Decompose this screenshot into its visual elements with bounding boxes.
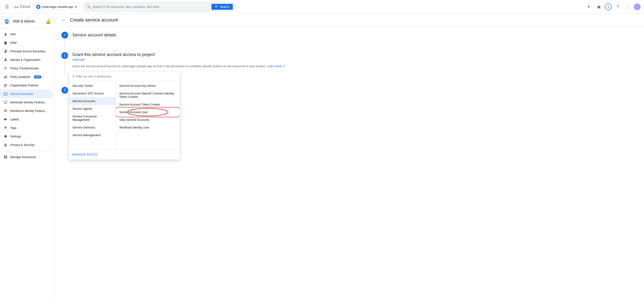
main-content: ← Create service account ✓ Service accou… xyxy=(54,14,644,303)
dropdown-right-item-view[interactable]: View Service Accounts xyxy=(116,116,180,124)
search-button[interactable]: 🔍 Search xyxy=(212,4,232,10)
sidebar-item-workload-identity[interactable]: Workload Identity Federat... xyxy=(0,98,52,107)
terminal-icon-button[interactable]: ▣ xyxy=(594,2,603,11)
sidebar-item-pam[interactable]: PAM xyxy=(0,38,52,47)
svg-rect-23 xyxy=(4,110,7,111)
step1-indicator: ✓ xyxy=(61,32,68,47)
org-policies-icon xyxy=(4,83,8,87)
step2-section: 2 Grant this service account access to p… xyxy=(61,52,637,82)
menu-icon[interactable]: ☰ xyxy=(4,2,11,11)
search-bar-icon: 🔍 xyxy=(87,5,91,9)
step3-number: 3 xyxy=(61,87,68,94)
sidebar-item-label-manage-resources: Manage Resources xyxy=(10,155,36,159)
svg-rect-15 xyxy=(4,85,7,85)
help-icon-button[interactable]: ? xyxy=(613,2,622,11)
svg-rect-12 xyxy=(5,76,6,78)
svg-line-7 xyxy=(7,51,7,51)
svg-point-8 xyxy=(5,58,6,60)
search-input[interactable] xyxy=(93,5,210,8)
sidebar-item-service-accounts[interactable]: Service Accounts xyxy=(0,90,52,98)
dropdown-left-item-service-agents[interactable]: Service Agents xyxy=(69,105,116,113)
sidebar-item-policy-analyzer[interactable]: Policy Analyzer NEW xyxy=(0,72,52,81)
svg-point-25 xyxy=(6,127,6,127)
svg-rect-17 xyxy=(4,87,6,87)
policy-analyzer-badge: NEW xyxy=(34,75,41,78)
svg-rect-14 xyxy=(4,84,7,84)
step2-title: Grant this service account access to pro… xyxy=(72,52,637,57)
sidebar-item-workforce-identity[interactable]: Workforce Identity Federa... xyxy=(0,107,52,115)
principal-access-icon xyxy=(4,49,8,53)
pam-icon xyxy=(4,41,8,45)
sidebar-item-label-identity-org: Identity & Organization xyxy=(10,58,40,61)
step2-indicator: 2 xyxy=(61,52,68,82)
manage-roles-button[interactable]: MANAGE ROLES xyxy=(72,152,98,157)
dropdown-left-item-service-accounts[interactable]: Service Accounts xyxy=(69,97,116,105)
back-button[interactable]: ← xyxy=(61,17,66,23)
sidebar-item-label-iam: IAM xyxy=(10,32,16,36)
project-dropdown-icon: ▾ xyxy=(75,4,77,9)
sidebar-item-label-workload-identity: Workload Identity Federat... xyxy=(10,101,47,104)
iam-icon xyxy=(4,32,8,36)
dropdown-right-item-key-admin[interactable]: Service Account Key Admin xyxy=(116,82,180,90)
learn-more-link[interactable]: Learn more ↗ xyxy=(267,64,285,68)
more-options-button[interactable]: ⋮ xyxy=(624,2,632,11)
project-icon xyxy=(36,5,40,9)
sidebar-item-privacy-security[interactable]: Privacy & Security xyxy=(0,141,52,149)
dropdown-left-item-service-management[interactable]: Service Management xyxy=(69,131,116,139)
sidebar-item-label-org-policies: Organization Policies xyxy=(10,84,38,87)
logo: Google Cloud xyxy=(14,4,30,9)
project-dot-icon xyxy=(37,5,40,8)
sidebar-item-org-policies[interactable]: Organization Policies xyxy=(0,81,52,90)
sidebar-item-labels[interactable]: Labels xyxy=(0,115,52,124)
dropdown-left-item-service-directory[interactable]: Service Directory xyxy=(69,124,116,131)
notification-badge[interactable]: 1 xyxy=(605,3,612,10)
svg-rect-29 xyxy=(4,157,5,159)
svg-rect-16 xyxy=(4,86,7,86)
svg-rect-19 xyxy=(4,101,7,103)
dropdown-footer: MANAGE ROLES xyxy=(69,149,180,160)
topbar-right: ✦ ▣ 1 ? ⋮ xyxy=(584,2,640,11)
content-area: ✓ Service account details 2 Grant this s… xyxy=(54,26,644,110)
dropdown-right-item-token-creator[interactable]: Service Account Token Creator xyxy=(116,101,180,108)
svg-rect-18 xyxy=(4,93,7,95)
search-bar[interactable]: 🔍 🔍 Search xyxy=(83,2,236,12)
tags-icon xyxy=(4,126,8,130)
sidebar-item-settings[interactable]: Settings xyxy=(0,132,52,141)
dropdown-left-item-security-center[interactable]: Security Center xyxy=(69,82,116,90)
labels-icon xyxy=(4,117,8,121)
dropdown-left-item-service-consumer[interactable]: Service Consumer Management xyxy=(69,113,116,124)
project-selector[interactable]: codemagic-sample-app ▾ xyxy=(34,3,80,11)
user-avatar[interactable] xyxy=(634,3,640,10)
dropdown-right-item-openid[interactable]: Service Account OpenID Connect Identity … xyxy=(116,90,180,101)
sidebar-item-label-pam: PAM xyxy=(10,41,16,44)
dropdown-filter-input[interactable] xyxy=(76,75,176,78)
settings-icon xyxy=(4,134,8,139)
sidebar-item-policy-troubleshooter[interactable]: Policy Troubleshooter xyxy=(0,64,52,72)
sidebar-item-principal-access[interactable]: Principal Access Boundary xyxy=(0,47,52,55)
svg-rect-30 xyxy=(6,157,7,159)
dropdown-right-item-workload-identity-user[interactable]: Workload Identity User xyxy=(116,124,180,131)
sidebar-title: IAM & Admin xyxy=(13,19,35,24)
svg-rect-24 xyxy=(4,111,7,112)
dropdown-left-item-serverless-vpc[interactable]: Serverless VPC Access xyxy=(69,90,116,97)
page-header: ← Create service account xyxy=(54,14,644,26)
svg-rect-3 xyxy=(6,21,8,22)
layout: IAM & Admin 🔔 IAM PAM Principal Access B… xyxy=(0,14,644,303)
sidebar-item-tags[interactable]: Tags xyxy=(0,124,52,132)
sidebar-item-identity-org[interactable]: Identity & Organization xyxy=(0,55,52,64)
step3-indicator: 3 xyxy=(61,87,68,104)
sidebar-item-label-settings: Settings xyxy=(10,135,21,138)
dropdown-right-panel: Service Account Key Admin Service Accoun… xyxy=(116,81,180,149)
svg-rect-9 xyxy=(4,68,7,68)
sidebar-item-label-principal-access: Principal Access Boundary xyxy=(10,49,46,53)
sidebar-item-manage-resources[interactable]: Manage Resources xyxy=(0,153,52,161)
search-button-label: Search xyxy=(220,5,229,8)
ai-icon-button[interactable]: ✦ xyxy=(584,2,593,11)
sidebar-item-iam[interactable]: IAM xyxy=(0,30,52,38)
sidebar-bell-icon[interactable]: 🔔 xyxy=(46,19,51,24)
dropdown-right-item-user[interactable]: Service Account User xyxy=(116,108,180,116)
sidebar-item-label-workforce-identity: Workforce Identity Federa... xyxy=(10,109,47,113)
svg-rect-27 xyxy=(4,156,5,157)
identity-org-icon xyxy=(4,58,8,62)
notification-count: 1 xyxy=(608,5,609,8)
